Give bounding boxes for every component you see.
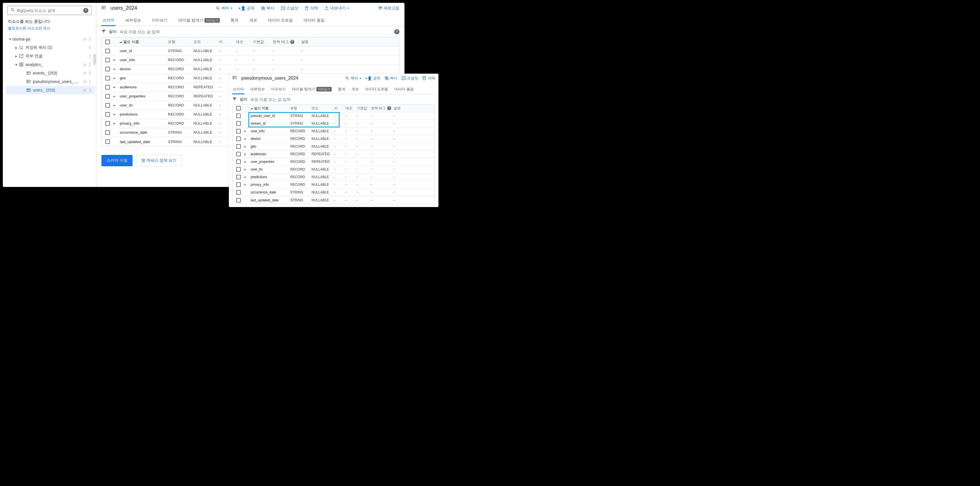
star-icon[interactable]: ☆ [83,71,88,75]
row-checkbox[interactable] [236,183,241,187]
query-button[interactable]: 쿼리 [216,6,232,11]
share-button[interactable]: +👤공유 [365,76,380,81]
tree-table-pseudo[interactable]: pseudonymous_users_ ... ☆ ⋮ [6,77,95,86]
tree-external[interactable]: ▸ 외부 연결 ⋮ [6,52,95,60]
row-checkbox[interactable] [236,114,241,118]
expand-icon[interactable]: ▸ [245,183,251,187]
expand-icon[interactable]: ▸ [245,129,251,133]
schema-row[interactable]: ▸user_ltvRECORDNULLABLE----- [232,166,435,173]
more-icon[interactable]: ⋮ [88,37,93,41]
expand-icon[interactable]: ▸ [114,76,120,80]
row-checkbox[interactable] [105,112,110,117]
row-checkbox[interactable] [105,67,110,71]
row-checkbox[interactable] [236,121,241,126]
expand-icon[interactable]: ▸ [245,152,251,156]
edit-schema-button[interactable]: 스키마 수정 [102,155,132,166]
expand-icon[interactable]: ▸ [245,145,251,148]
tab-quality[interactable]: 데이터 품질 [394,84,414,94]
expand-icon[interactable]: ▸ [114,58,120,62]
tab-lineage[interactable]: 계보 [248,15,258,26]
filter-input[interactable] [250,97,435,102]
tab-stats[interactable]: 통계 [229,15,240,26]
row-checkbox[interactable] [236,190,241,195]
schema-row[interactable]: ▸audiencesRECORDREPEATED----- [232,150,435,158]
schema-row[interactable]: ▸user_propertiesRECORDREPEATED----- [232,158,435,166]
schema-row[interactable]: ▸deviceRECORDNULLABLE----- [232,135,435,143]
select-all-checkbox[interactable] [105,40,110,44]
schema-row[interactable]: ▸privacy_infoRECORDNULLABLE----- [232,181,435,189]
star-icon[interactable]: ☆ [83,88,88,92]
search-input[interactable] [17,8,83,13]
tree-saved-queries[interactable]: ▸ 저장된 쿼리 (1) ⋮ [6,43,95,52]
starred-only-link[interactable]: 별표표시된 리소스만 표시 [8,26,92,31]
snapshot-button[interactable]: 스냅샷 [281,6,298,11]
expand-icon[interactable]: ▸ [245,160,251,164]
more-icon[interactable]: ⋮ [88,88,93,92]
row-checkbox[interactable] [236,137,241,141]
more-icon[interactable]: ⋮ [88,54,93,58]
row-checkbox[interactable] [236,152,241,156]
tree-dataset[interactable]: ▾ analytics_ ☆ ⋮ [6,60,95,69]
row-checkbox[interactable] [236,198,241,202]
tab-explorer[interactable]: 테이블 탐색기미리보기 [291,84,332,94]
expand-icon[interactable]: ▸ [114,121,120,125]
tab-details[interactable]: 세부정보 [250,84,266,94]
tab-details[interactable]: 세부정보 [124,15,142,26]
expand-icon[interactable]: ▸ [114,103,120,107]
more-icon[interactable]: ⋮ [88,79,93,84]
row-checkbox[interactable] [105,121,110,126]
expand-icon[interactable]: ▸ [114,67,120,71]
tab-lineage[interactable]: 계보 [351,84,360,94]
more-icon[interactable]: ⋮ [88,71,93,75]
row-checkbox[interactable] [105,85,110,89]
search-box[interactable]: ? [7,6,91,15]
query-button[interactable]: 쿼리 [345,76,361,81]
tab-preview[interactable]: 미리보기 [270,84,286,94]
export-button[interactable]: 내보내기 [324,6,349,11]
expand-icon[interactable]: ▸ [114,112,120,116]
row-checkbox[interactable] [105,94,110,98]
tab-explorer[interactable]: 테이블 탐색기미리보기 [177,15,221,26]
tab-stats[interactable]: 통계 [337,84,346,94]
row-checkbox[interactable] [236,167,241,172]
expand-icon[interactable]: ▸ [245,175,251,179]
tree-project[interactable]: ▾ osoma-ga ☆ ⋮ [6,35,95,43]
help-icon[interactable]: ? [387,106,391,110]
row-checkbox[interactable] [105,76,110,81]
row-checkbox[interactable] [236,129,241,133]
row-checkbox[interactable] [105,49,110,53]
tree-table-users[interactable]: users_ (253) ☆ ⋮ [6,86,95,94]
expand-icon[interactable]: ▸ [245,137,251,141]
schema-row[interactable]: stream_idSTRINGNULLABLE----- [232,120,435,127]
select-all-checkbox[interactable] [236,106,241,110]
tab-preview[interactable]: 미리보기 [151,15,169,26]
expand-icon[interactable]: ▸ [114,94,120,98]
expand-icon[interactable]: ▸ [245,167,251,172]
star-icon[interactable]: ☆ [83,79,88,84]
tree-table-events[interactable]: events_ (253) ☆ ⋮ [6,69,95,77]
row-policy-button[interactable]: 행 액세스 정책 보기 [136,155,182,166]
copy-button[interactable]: 복사 [261,6,274,11]
delete-button[interactable]: 삭제 [304,6,318,11]
more-icon[interactable]: ⋮ [88,45,93,50]
row-checkbox[interactable] [236,159,241,164]
snapshot-button[interactable]: 스냅샷 [401,76,418,81]
tab-quality[interactable]: 데이터 품질 [302,15,326,26]
tab-profile[interactable]: 데이터 프로필 [267,15,294,26]
sort-icon[interactable]: ▴▾ [251,108,253,109]
delete-button[interactable]: 삭제 [422,76,435,81]
row-checkbox[interactable] [105,103,110,108]
schema-row[interactable]: ▸user_infoRECORDNULLABLE----- [232,127,435,135]
row-checkbox[interactable] [105,130,110,135]
expand-icon[interactable]: ▸ [114,85,120,89]
schema-row[interactable]: ▸geoRECORDNULLABLE----- [232,143,435,150]
star-icon[interactable]: ☆ [83,37,88,41]
sort-icon[interactable]: ▴▾ [120,41,122,43]
filter-input[interactable] [119,29,391,34]
tab-schema[interactable]: 스키마 [232,84,245,94]
schema-row[interactable]: last_updated_dateSTRINGNULLABLE----- [232,196,435,204]
help-icon[interactable]: ? [83,8,88,13]
row-checkbox[interactable] [236,144,241,149]
help-icon[interactable]: ? [290,40,294,44]
tab-schema[interactable]: 스키마 [102,15,116,26]
